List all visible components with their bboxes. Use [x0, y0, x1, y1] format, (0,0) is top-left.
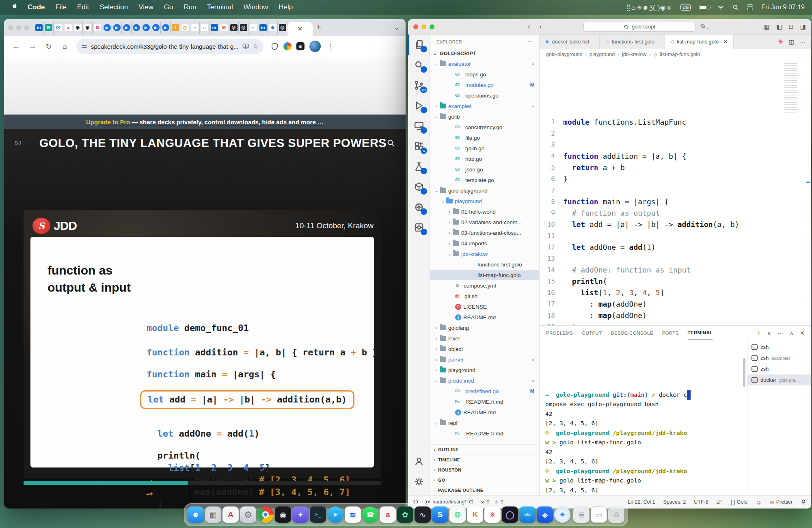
menu-run[interactable]: Run: [178, 3, 201, 11]
terminal-dropdown-icon[interactable]: ∨: [767, 330, 772, 336]
homebrew-icon[interactable]: ♨: [631, 4, 636, 11]
app-purple[interactable]: ✦: [292, 506, 309, 523]
tree-item[interactable]: › parser ●: [430, 354, 539, 365]
tree-item[interactable]: GO http.go: [430, 154, 539, 164]
tree-item[interactable]: ⌄ golo-playground: [430, 185, 539, 196]
editor-tab[interactable]: ≋ docker-bake.hcl: [540, 35, 600, 49]
box-extension-icon[interactable]: ▣: [296, 42, 304, 50]
tree-item[interactable]: list-map-func.golo: [430, 270, 539, 280]
explorer-more-icon[interactable]: ⋯: [527, 39, 533, 44]
system-settings[interactable]: ⚙: [240, 506, 256, 523]
editor-tab[interactable]: ◇ functions-first.golo: [600, 35, 665, 49]
account-icon[interactable]: [408, 451, 430, 472]
indentation[interactable]: Spaces: 2: [663, 499, 686, 505]
extensions-icon[interactable]: 5: [408, 136, 430, 156]
eol-indicator[interactable]: LF: [717, 499, 723, 505]
tree-item[interactable]: GO json.go: [430, 164, 539, 175]
app-a[interactable]: A: [222, 506, 239, 523]
tree-item[interactable]: GO modules.go M: [430, 80, 539, 90]
vscode-window-controls[interactable]: [413, 24, 434, 29]
cursor-position[interactable]: Ln 22, Col 1: [628, 499, 655, 505]
control-center-icon[interactable]: [747, 4, 753, 10]
browser-tab[interactable]: f: [171, 22, 180, 34]
sidebar-section[interactable]: ›TIMELINE: [430, 454, 539, 465]
dev-containers-icon[interactable]: [408, 217, 430, 238]
browser-tab[interactable]: ◎: [278, 22, 287, 34]
screenshot-preview[interactable]: ▭: [591, 506, 607, 523]
notifications-bell-icon[interactable]: [801, 499, 806, 505]
upgrade-link[interactable]: Upgrade to Pro: [86, 119, 130, 126]
close-panel-icon[interactable]: ✕: [800, 330, 805, 336]
tree-item[interactable]: ⌄ predefined ●: [430, 375, 539, 386]
menu-edit[interactable]: Edit: [72, 3, 94, 11]
tree-item[interactable]: › 02-variables-and-const...: [430, 217, 539, 227]
tree-item[interactable]: GO concurrency.go: [430, 122, 539, 132]
browser-tab[interactable]: M: [219, 22, 229, 34]
browser-tab[interactable]: ◉: [83, 22, 93, 34]
browser-tab[interactable]: B: [44, 22, 54, 34]
tree-item[interactable]: › 01-hello-world: [430, 206, 539, 217]
command-center-search[interactable]: golo-script: [583, 22, 695, 32]
maximize-panel-icon[interactable]: ∧: [789, 330, 794, 336]
app-asterisk[interactable]: ✳: [484, 506, 501, 523]
browser-tab[interactable]: ⋈: [54, 22, 63, 34]
explorer-icon[interactable]: [408, 35, 430, 55]
tree-item[interactable]: M↓ README.fr.md: [430, 428, 539, 439]
dock-separator[interactable]: [572, 506, 572, 523]
browser-tab[interactable]: N: [93, 22, 102, 34]
tree-item[interactable]: i README.md: [430, 407, 539, 418]
breadcrumb-item[interactable]: jdd-krakow›: [622, 52, 651, 57]
tree-item[interactable]: M↓ README.fr.md: [430, 396, 539, 407]
three-icon[interactable]: Ʒ: [649, 4, 653, 11]
run-debug-icon[interactable]: [408, 95, 430, 116]
menu-app-name[interactable]: Code: [22, 3, 50, 11]
browser-tab[interactable]: in: [209, 22, 219, 34]
nav-forward-icon[interactable]: ›: [539, 22, 542, 31]
browser-tab[interactable]: ▶: [132, 22, 141, 34]
slide-progress-bar[interactable]: [24, 481, 381, 485]
menu-go[interactable]: Go: [159, 3, 179, 11]
browser-tab[interactable]: ▶: [122, 22, 132, 34]
tree-item[interactable]: ⌄ golib: [430, 111, 539, 122]
home-button[interactable]: ⌂: [58, 39, 72, 54]
launchpad[interactable]: ▦: [205, 506, 221, 523]
downloads-stack[interactable]: ≣: [573, 506, 590, 523]
tree-item[interactable]: › playground: [430, 365, 539, 375]
sidebar-section[interactable]: ›HOUSTON: [430, 465, 539, 475]
bookmark-star-icon[interactable]: ☆: [253, 42, 259, 51]
code-editor[interactable]: 1 module functions.ListMapFunc 2 3 4 fun…: [540, 60, 811, 325]
search-icon[interactable]: [408, 55, 430, 75]
browser-tab[interactable]: ◷: [180, 22, 190, 34]
dropbox-icon[interactable]: ⣿: [626, 4, 631, 11]
browser-tab[interactable]: ◎: [229, 22, 239, 34]
tab-search-icon[interactable]: ⌄: [394, 24, 402, 31]
tree-item[interactable]: © LICENSE: [430, 301, 539, 312]
active-browser-tab[interactable]: ✕: [287, 22, 313, 36]
menu-window[interactable]: Window: [238, 3, 273, 11]
menu-terminal[interactable]: Terminal: [202, 3, 238, 11]
panel-tab[interactable]: PROBLEMS: [546, 326, 573, 340]
back-button[interactable]: ←: [9, 39, 24, 54]
battery-icon[interactable]: [699, 5, 709, 10]
shield-extension-icon[interactable]: [271, 43, 279, 50]
play-status-icon[interactable]: ◉: [660, 4, 666, 11]
tree-item[interactable]: ⌄ evaluator ●: [430, 58, 539, 69]
browser-tab[interactable]: in: [34, 22, 44, 34]
tree-item[interactable]: GO loops.go: [430, 69, 539, 80]
chrome-window-controls[interactable]: [8, 25, 29, 30]
browser-tab[interactable]: ◉: [73, 22, 83, 34]
tree-item[interactable]: ⌄ repl: [430, 418, 539, 428]
panel-more-icon[interactable]: ⋯: [777, 330, 783, 336]
app-dark[interactable]: ◉: [275, 506, 291, 523]
panel-tab[interactable]: TERMINAL: [688, 326, 713, 340]
browser-tab[interactable]: ∩: [248, 22, 258, 34]
browser-tab[interactable]: in: [258, 22, 268, 34]
layout-icon[interactable]: ▦: [764, 23, 770, 30]
app-red-a[interactable]: a: [380, 506, 396, 523]
tree-item[interactable]: ⌄ playground: [430, 196, 539, 206]
terminal-instance[interactable]: >_ docker golo-pla...: [747, 374, 811, 385]
menu-file[interactable]: File: [50, 3, 72, 11]
forward-button[interactable]: →: [25, 39, 40, 54]
panel-tab[interactable]: PORTS: [662, 326, 679, 340]
deck-search-icon[interactable]: [387, 138, 395, 148]
